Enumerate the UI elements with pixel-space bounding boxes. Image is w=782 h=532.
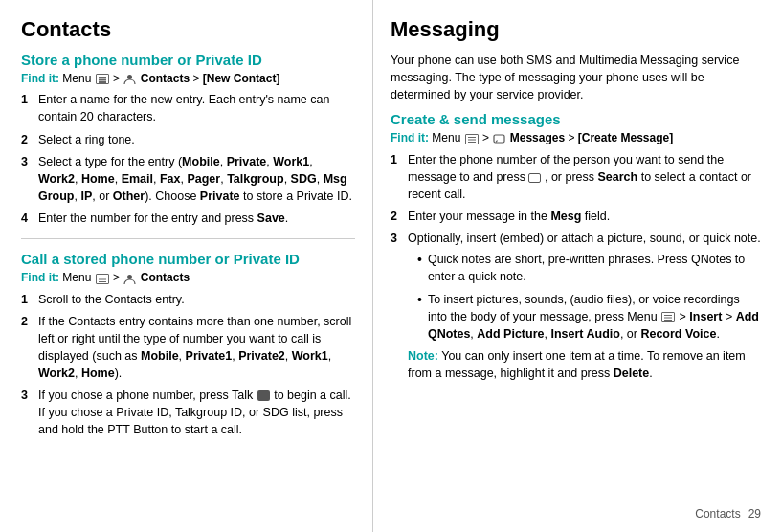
step-num: 3 xyxy=(21,387,36,438)
note-text: You can only insert one item at a time. … xyxy=(408,349,746,380)
step-item: 3 If you chose a phone number, press Tal… xyxy=(21,387,355,438)
store-phone-section: Store a phone number or Private ID Find … xyxy=(21,52,355,227)
talk-icon xyxy=(257,390,270,401)
call-steps: 1 Scroll to the Contacts entry. 2 If the… xyxy=(21,291,355,439)
step-item: 1 Scroll to the Contacts entry. xyxy=(21,291,355,308)
left-column: Contacts Store a phone number or Private… xyxy=(0,0,373,532)
find-it-arrow-3: > xyxy=(482,131,492,144)
step-item: 1 Enter the phone number of the person y… xyxy=(391,151,761,203)
step-num: 2 xyxy=(21,313,36,383)
step-num: 1 xyxy=(21,291,36,308)
step-num: 3 xyxy=(21,153,36,205)
find-it-contacts-1: Contacts > [New Contact] xyxy=(141,72,280,85)
create-find-it: Find it: Menu > Messages > [Create Messa… xyxy=(391,131,761,144)
step-item: 2 If the Contacts entry contains more th… xyxy=(21,313,355,383)
note-label: Note: xyxy=(408,349,438,363)
step-item: 3 Select a type for the entry (Mobile, P… xyxy=(21,153,355,205)
note: Note: You can only insert one item at a … xyxy=(408,347,761,382)
step-item: 2 Enter your message in the Mesg field. xyxy=(391,208,761,225)
step-num: 2 xyxy=(391,208,406,225)
divider-1 xyxy=(21,238,355,239)
step-text: Enter a name for the new entry. Each ent… xyxy=(38,91,355,125)
step-item: 3 Optionally, insert (embed) or attach a… xyxy=(391,230,761,382)
store-steps: 1 Enter a name for the new entry. Each e… xyxy=(21,91,355,227)
bullet-item: • To insert pictures, sounds, (audio fil… xyxy=(417,291,761,343)
find-it-menu-3: Menu xyxy=(432,131,463,144)
step-item: 2 Select a ring tone. xyxy=(21,131,355,148)
store-section-title: Store a phone number or Private ID xyxy=(21,52,355,68)
menu-icon-3 xyxy=(465,134,479,144)
find-it-arrow-2: > xyxy=(113,271,123,284)
contacts-icon-1 xyxy=(123,73,136,85)
footer: Contacts 29 xyxy=(695,507,761,521)
store-find-it: Find it: Menu > Contacts > [New Contact] xyxy=(21,72,355,85)
step-item: 4 Enter the number for the entry and pre… xyxy=(21,210,355,227)
step-text: Optionally, insert (embed) or attach a p… xyxy=(408,230,761,382)
find-it-msg-text: Messages > [Create Message] xyxy=(510,131,673,144)
call-find-it: Find it: Menu > Contacts xyxy=(21,271,355,284)
find-it-label-2: Find it: xyxy=(21,271,59,284)
step-num: 1 xyxy=(391,151,406,203)
step-num: 2 xyxy=(21,131,36,148)
menu-icon-1 xyxy=(96,74,109,84)
step-num: 1 xyxy=(21,91,36,125)
contacts-icon-2 xyxy=(123,273,136,285)
messaging-intro: Your phone can use both SMS and Multimed… xyxy=(391,52,761,103)
right-column: Messaging Your phone can use both SMS an… xyxy=(373,0,782,532)
step-text: Scroll to the Contacts entry. xyxy=(38,291,355,308)
find-it-arrow-1: > xyxy=(113,72,123,85)
call-stored-section: Call a stored phone number or Private ID… xyxy=(21,251,355,438)
svg-point-0 xyxy=(127,75,132,79)
svg-rect-2 xyxy=(494,135,504,143)
step-text: If the Contacts entry contains more than… xyxy=(38,313,355,383)
bullet-text: To insert pictures, sounds, (audio files… xyxy=(428,291,761,343)
bullet-dot: • xyxy=(417,291,422,343)
step-num: 3 xyxy=(391,230,406,382)
right-page-title: Messaging xyxy=(391,17,761,42)
find-it-contacts-2: Contacts xyxy=(141,271,190,284)
footer-page-num: 29 xyxy=(748,507,761,521)
call-section-title: Call a stored phone number or Private ID xyxy=(21,251,355,267)
bullet-list: • Quick notes are short, pre-written phr… xyxy=(417,251,761,343)
bullet-text: Quick notes are short, pre-written phras… xyxy=(428,251,761,285)
step-text: Select a type for the entry (Mobile, Pri… xyxy=(38,153,355,205)
svg-point-1 xyxy=(127,275,132,279)
step-num: 4 xyxy=(21,210,36,227)
step-text: Enter your message in the Mesg field. xyxy=(408,208,761,225)
footer-section-label: Contacts xyxy=(695,507,740,521)
menu-icon-4 xyxy=(661,312,675,322)
find-it-label-3: Find it: xyxy=(391,131,429,144)
bullet-item: • Quick notes are short, pre-written phr… xyxy=(417,251,761,285)
send-icon xyxy=(528,173,541,183)
find-it-menu-1: Menu xyxy=(62,72,94,85)
step-text: Enter the number for the entry and press… xyxy=(38,210,355,227)
find-it-menu-2: Menu xyxy=(62,271,94,284)
left-page-title: Contacts xyxy=(21,17,355,42)
bullet-dot: • xyxy=(417,251,422,285)
menu-icon-2 xyxy=(96,274,109,284)
msg-icon-1 xyxy=(493,133,505,145)
step-text: Enter the phone number of the person you… xyxy=(408,151,761,203)
step-item: 1 Enter a name for the new entry. Each e… xyxy=(21,91,355,125)
create-section-title: Create & send messages xyxy=(391,111,761,127)
step-text: Select a ring tone. xyxy=(38,131,355,148)
create-steps: 1 Enter the phone number of the person y… xyxy=(391,151,761,383)
find-it-label-1: Find it: xyxy=(21,72,59,85)
create-send-section: Create & send messages Find it: Menu > M… xyxy=(391,111,761,382)
step-text: If you chose a phone number, press Talk … xyxy=(38,387,355,438)
